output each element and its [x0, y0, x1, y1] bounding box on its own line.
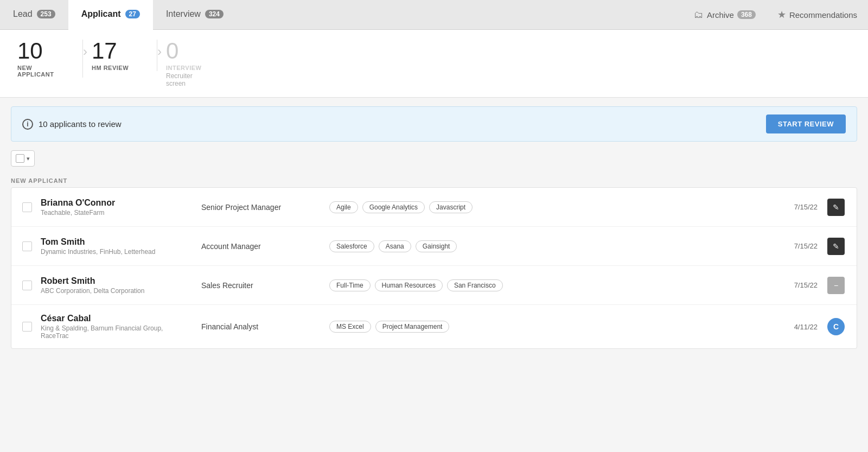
minus-button-2[interactable]: −	[827, 277, 845, 294]
applicant-name-0: Brianna O'Connor	[41, 198, 193, 208]
applicant-date-3: 4/11/22	[780, 323, 818, 331]
tab-interview-label: Interview	[166, 9, 201, 19]
applicant-role-1: Account Manager	[201, 242, 321, 251]
tab-interview[interactable]: Interview 324	[153, 0, 237, 29]
applicant-tags-2: Full-Time Human Resources San Francisco	[329, 279, 771, 291]
applicant-tags-1: Salesforce Asana Gainsight	[329, 240, 771, 252]
tag: Agile	[329, 201, 358, 213]
applicant-tags-0: Agile Google Analytics Javascript	[329, 201, 771, 213]
applicant-date-2: 7/15/22	[780, 281, 818, 289]
tag: Gainsight	[416, 240, 457, 252]
table-row: Robert Smith ABC Corporation, Delta Corp…	[11, 266, 857, 305]
main-content: i 10 applicants to review START REVIEW ▾…	[0, 106, 868, 349]
toolbar: ▾	[11, 142, 857, 171]
applicant-role-2: Sales Recruiter	[201, 281, 321, 290]
review-banner: i 10 applicants to review START REVIEW	[11, 106, 857, 142]
tab-lead[interactable]: Lead 253	[0, 0, 68, 29]
select-all-checkbox[interactable]	[16, 154, 24, 163]
table-row: Brianna O'Connor Teachable, StateFarm Se…	[11, 188, 857, 227]
applicant-companies-3: King & Spalding, Barnum Financial Group,…	[41, 324, 193, 340]
recommendations-icon: ★	[777, 9, 786, 21]
tab-lead-label: Lead	[13, 9, 33, 19]
tab-applicant-label: Applicant	[81, 9, 121, 19]
stage-new-applicant: 10 NEW APPLICANT	[17, 40, 83, 78]
applicant-companies-2: ABC Corporation, Delta Corporation	[41, 287, 193, 295]
edit-button-1[interactable]: ✎	[827, 238, 845, 255]
tab-archive-label: Archive	[707, 10, 734, 20]
tag: Full-Time	[329, 279, 371, 291]
edit-button-0[interactable]: ✎	[827, 199, 845, 216]
stage-interview-number: 0	[166, 40, 178, 62]
tag: Asana	[379, 240, 411, 252]
tab-lead-count: 253	[37, 10, 55, 18]
tag: Project Management	[375, 321, 450, 333]
applicant-name-1: Tom Smith	[41, 237, 193, 247]
tab-applicant-count: 27	[125, 10, 140, 18]
avatar-button-3[interactable]: C	[827, 318, 845, 335]
tab-archive[interactable]: 🗂 Archive 368	[683, 0, 767, 29]
stage-arrow-1: ›	[83, 40, 92, 58]
tag: Google Analytics	[362, 201, 425, 213]
applicant-tags-3: MS Excel Project Management	[329, 321, 771, 333]
stage-hm-review-number: 17	[92, 40, 117, 62]
tab-bar: Lead 253 Applicant 27 Interview 324 🗂 Ar…	[0, 0, 868, 30]
applicant-name-3: César Cabal	[41, 314, 193, 323]
row-checkbox-2[interactable]	[22, 281, 32, 290]
checkbox-dropdown[interactable]: ▾	[11, 150, 35, 167]
banner-text: 10 applicants to review	[39, 119, 122, 129]
info-icon: i	[22, 119, 33, 130]
tag: Salesforce	[329, 240, 374, 252]
applicant-companies-0: Teachable, StateFarm	[41, 209, 193, 217]
applicant-role-0: Senior Project Manager	[201, 203, 321, 212]
row-checkbox-1[interactable]	[22, 241, 32, 251]
tag: MS Excel	[329, 321, 371, 333]
start-review-button[interactable]: START REVIEW	[766, 114, 846, 133]
row-checkbox-3[interactable]	[22, 322, 32, 332]
archive-icon: 🗂	[694, 9, 704, 21]
tag: San Francisco	[447, 279, 503, 291]
applicant-date-1: 7/15/22	[780, 242, 818, 250]
row-checkbox-0[interactable]	[22, 202, 32, 212]
tab-applicant[interactable]: Applicant 27	[68, 0, 153, 30]
chevron-down-icon: ▾	[27, 155, 30, 162]
applicant-companies-1: Dynamic Industries, FinHub, Letterhead	[41, 248, 193, 256]
stage-bar: 10 NEW APPLICANT › 17 HM REVIEW › 0 INTE…	[0, 30, 868, 98]
table-row: Tom Smith Dynamic Industries, FinHub, Le…	[11, 227, 857, 266]
tag: Javascript	[429, 201, 473, 213]
tab-recommendations-label: Recommendations	[789, 10, 857, 20]
stage-interview: › 0 INTERVIEW Recruiter screen	[157, 40, 231, 87]
stage-hm-review: › 17 HM REVIEW	[83, 40, 157, 71]
tag: Human Resources	[375, 279, 443, 291]
tab-interview-count: 324	[205, 10, 224, 18]
applicant-date-0: 7/15/22	[780, 203, 818, 211]
table-row: César Cabal King & Spalding, Barnum Fina…	[11, 305, 857, 348]
applicant-name-2: Robert Smith	[41, 276, 193, 286]
tab-archive-count: 368	[737, 10, 756, 19]
tab-recommendations[interactable]: ★ Recommendations	[767, 0, 868, 29]
applicant-role-3: Financial Analyst	[201, 322, 321, 331]
stage-arrow-2: ›	[157, 40, 166, 58]
applicant-list: Brianna O'Connor Teachable, StateFarm Se…	[11, 187, 857, 349]
stage-new-applicant-number: 10	[17, 40, 43, 62]
section-label: NEW APPLICANT	[11, 171, 857, 187]
